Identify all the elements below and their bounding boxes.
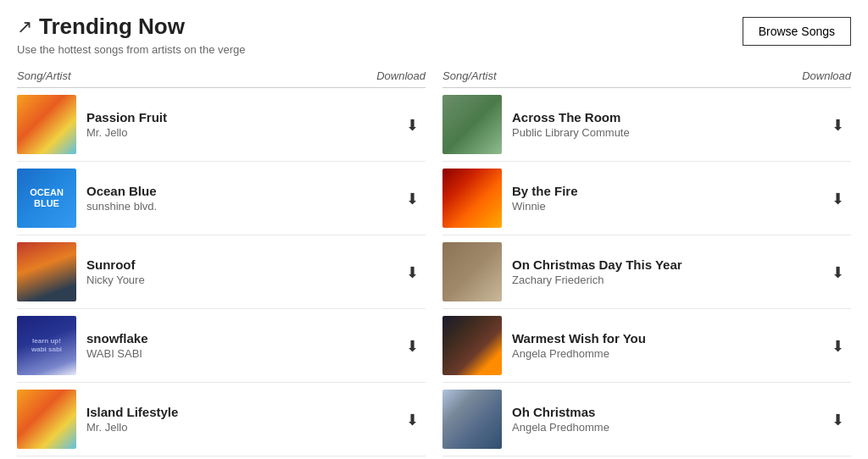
left-col-header: Song/Artist Download <box>17 69 426 88</box>
song-title: Oh Christmas <box>512 405 814 419</box>
song-info: On Christmas Day This Year Zachary Fried… <box>512 257 814 286</box>
right-col-song-label: Song/Artist <box>442 69 497 82</box>
header-left: ↗ Trending Now Use the hottest songs fro… <box>17 14 246 56</box>
song-row: Passion Fruit Mr. Jello <box>17 88 426 162</box>
download-button[interactable] <box>398 115 426 135</box>
download-icon <box>832 336 844 356</box>
download-icon <box>406 336 419 356</box>
download-icon <box>406 115 419 135</box>
album-art: learn up!wabi sabi <box>17 316 76 375</box>
song-info: Passion Fruit Mr. Jello <box>86 110 388 139</box>
download-button[interactable] <box>824 189 851 208</box>
song-row: learn up!wabi sabi snowflake WABI SABI <box>17 309 426 383</box>
song-info: Warmest Wish for You Angela Predhomme <box>512 331 814 360</box>
download-button[interactable] <box>824 263 851 282</box>
download-icon <box>832 410 844 429</box>
right-col-download-label: Download <box>802 69 851 82</box>
song-info: snowflake WABI SABI <box>86 331 388 360</box>
song-info: By the Fire Winnie <box>512 184 814 213</box>
album-art <box>17 390 76 449</box>
song-row: Warmest Wish for You Angela Predhomme <box>442 309 851 383</box>
song-info: Ocean Blue sunshine blvd. <box>86 184 388 213</box>
song-artist: Mr. Jello <box>86 421 388 434</box>
song-artist: Angela Predhomme <box>512 421 814 434</box>
page-header: ↗ Trending Now Use the hottest songs fro… <box>17 14 851 56</box>
song-row: Oh Christmas Angela Predhomme <box>442 383 851 456</box>
song-title: By the Fire <box>512 184 814 198</box>
download-button[interactable] <box>398 263 426 282</box>
song-artist: Nicky Youre <box>86 274 388 286</box>
song-row: By the Fire Winnie <box>442 162 851 235</box>
left-column: Song/Artist Download Passion Fruit Mr. J… <box>17 69 426 456</box>
song-row: Island Lifestyle Mr. Jello <box>17 383 426 456</box>
song-artist: Mr. Jello <box>86 126 388 139</box>
left-col-download-label: Download <box>376 69 426 82</box>
songs-columns: Song/Artist Download Passion Fruit Mr. J… <box>17 69 851 456</box>
song-artist: Zachary Friederich <box>512 274 814 286</box>
song-artist: WABI SABI <box>86 347 388 360</box>
album-art <box>442 242 502 301</box>
download-icon <box>832 263 844 282</box>
song-title: Across The Room <box>512 110 814 124</box>
song-artist: Angela Predhomme <box>512 347 814 360</box>
song-title: Passion Fruit <box>86 110 388 124</box>
right-col-header: Song/Artist Download <box>442 69 851 88</box>
song-title: On Christmas Day This Year <box>512 257 814 272</box>
song-info: Island Lifestyle Mr. Jello <box>86 405 388 434</box>
song-artist: Public Library Commute <box>512 126 814 139</box>
song-info: Sunroof Nicky Youre <box>86 257 388 286</box>
song-title: Warmest Wish for You <box>512 331 814 346</box>
song-title: snowflake <box>86 331 388 346</box>
song-title: Ocean Blue <box>86 184 388 198</box>
page-subtitle: Use the hottest songs from artists on th… <box>17 43 246 56</box>
download-button[interactable] <box>824 410 851 429</box>
download-button[interactable] <box>398 336 426 356</box>
right-column: Song/Artist Download Across The Room Pub… <box>442 69 851 456</box>
trending-icon: ↗ <box>17 16 32 38</box>
album-art <box>17 95 76 154</box>
album-art: oceanblue <box>17 169 76 228</box>
song-row: Across The Room Public Library Commute <box>442 88 851 162</box>
song-artist: sunshine blvd. <box>86 200 388 213</box>
song-artist: Winnie <box>512 200 814 213</box>
page-title: Trending Now <box>39 14 185 40</box>
download-button[interactable] <box>398 410 426 429</box>
song-title: Sunroof <box>86 257 388 272</box>
album-art <box>442 316 502 375</box>
left-col-song-label: Song/Artist <box>17 69 71 82</box>
song-row: On Christmas Day This Year Zachary Fried… <box>442 235 851 309</box>
song-title: Island Lifestyle <box>86 405 388 419</box>
download-icon <box>832 189 844 208</box>
browse-songs-button[interactable]: Browse Songs <box>743 17 851 46</box>
song-row: Sunroof Nicky Youre <box>17 235 426 309</box>
download-icon <box>406 189 419 208</box>
song-row: oceanblue Ocean Blue sunshine blvd. <box>17 162 426 235</box>
title-row: ↗ Trending Now <box>17 14 246 40</box>
album-art <box>17 242 76 301</box>
download-button[interactable] <box>824 115 851 135</box>
album-art <box>442 169 502 228</box>
download-button[interactable] <box>824 336 851 356</box>
song-info: Across The Room Public Library Commute <box>512 110 814 139</box>
download-icon <box>406 410 419 429</box>
album-art <box>442 390 502 449</box>
song-info: Oh Christmas Angela Predhomme <box>512 405 814 434</box>
download-icon <box>832 115 844 135</box>
download-button[interactable] <box>398 189 426 208</box>
album-art <box>442 95 502 154</box>
download-icon <box>406 263 419 282</box>
